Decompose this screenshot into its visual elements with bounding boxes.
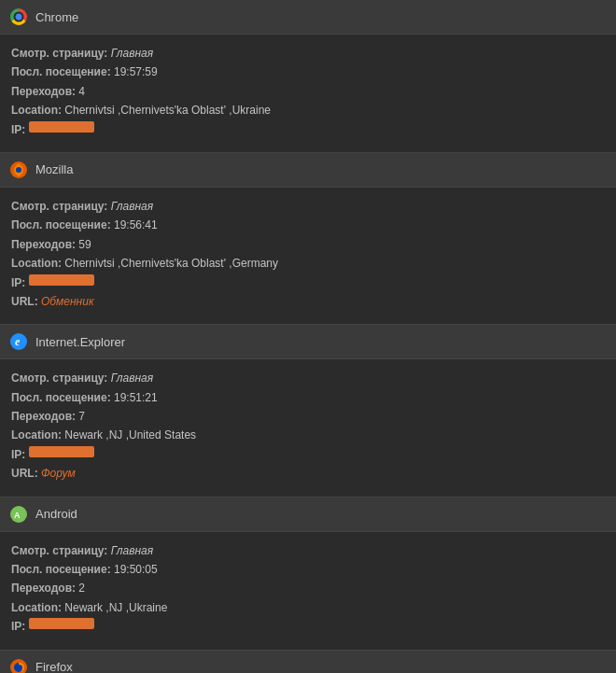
ie-info: Смотр. страницу: ГлавнаяПосл. посещение:… (0, 359, 616, 496)
mozilla-browser-name: Mozilla (35, 162, 73, 176)
chrome-last-label: Посл. посещение: (11, 65, 111, 78)
ie-ip-row: IP: (11, 445, 605, 464)
android-ip-row: IP: (11, 617, 605, 636)
ie-page-label: Смотр. страницу: (11, 372, 107, 385)
mozilla-ip-value (29, 274, 94, 286)
android-browser-name: Android (35, 507, 77, 521)
ie-last-row: Посл. посещение: 19:51:21 (11, 388, 605, 407)
android-visits-value: 2 (78, 582, 85, 595)
chrome-section: ChromeСмотр. страницу: ГлавнаяПосл. посе… (0, 0, 616, 153)
mozilla-icon (9, 161, 28, 179)
mozilla-page-label: Смотр. страницу: (11, 200, 107, 213)
ie-visits-label: Переходов: (11, 410, 76, 423)
android-header: A Android (0, 498, 616, 532)
android-location-row: Location: Newark ,NJ ,Ukraine (11, 598, 605, 617)
mozilla-url-label: URL: (11, 295, 38, 308)
chrome-last-row: Посл. посещение: 19:57:59 (11, 63, 605, 81)
android-last-label: Посл. посещение: (11, 563, 111, 576)
android-section: A AndroidСмотр. страницу: ГлавнаяПосл. п… (0, 498, 616, 651)
chrome-ip-row: IP: (11, 120, 605, 139)
ie-location-label: Location: (11, 428, 62, 442)
chrome-info: Смотр. страницу: ГлавнаяПосл. посещение:… (0, 35, 616, 152)
firefox-header: Firefox (0, 651, 616, 673)
ie-location-value: Newark ,NJ ,United States (64, 428, 196, 442)
ie-browser-name: Internet.Explorer (35, 335, 125, 349)
mozilla-location-label: Location: (11, 257, 62, 270)
ie-last-value: 19:51:21 (114, 391, 158, 404)
mozilla-visits-label: Переходов: (11, 238, 76, 251)
chrome-last-value: 19:57:59 (114, 65, 158, 78)
firefox-section: FirefoxСмотр. страницу: ГлавнаяПосл. пос… (0, 651, 616, 673)
mozilla-visits-value: 59 (78, 238, 91, 251)
mozilla-location-value: Chernivtsi ,Chernivets'ka Oblast' ,Germa… (64, 257, 278, 270)
mozilla-header: Mozilla (0, 153, 616, 188)
ie-last-label: Посл. посещение: (11, 391, 111, 404)
mozilla-last-row: Посл. посещение: 19:56:41 (11, 216, 605, 234)
android-location-value: Newark ,NJ ,Ukraine (64, 601, 167, 614)
mozilla-section: MozillaСмотр. страницу: ГлавнаяПосл. пос… (0, 153, 616, 325)
ie-ip-label: IP: (11, 448, 25, 461)
mozilla-last-value: 19:56:41 (114, 218, 158, 231)
chrome-page-label: Смотр. страницу: (11, 47, 107, 60)
chrome-location-label: Location: (11, 104, 62, 117)
mozilla-page-value: Главная (111, 200, 153, 213)
mozilla-info: Смотр. страницу: ГлавнаяПосл. посещение:… (0, 188, 616, 324)
svg-text:e: e (15, 335, 21, 348)
mozilla-location-row: Location: Chernivtsi ,Chernivets'ka Obla… (11, 254, 605, 273)
android-visits-label: Переходов: (11, 582, 76, 595)
android-ip-value (29, 618, 94, 629)
ie-page-row: Смотр. страницу: Главная (11, 369, 605, 387)
ie-url-label: URL: (11, 467, 38, 480)
android-ip-label: IP: (11, 620, 25, 633)
android-last-row: Посл. посещение: 19:50:05 (11, 560, 605, 579)
ie-page-value: Главная (111, 372, 153, 385)
android-info: Смотр. страницу: ГлавнаяПосл. посещение:… (0, 532, 616, 650)
android-visits-row: Переходов: 2 (11, 579, 605, 597)
android-page-row: Смотр. страницу: Главная (11, 541, 605, 560)
chrome-location-value: Chernivtsi ,Chernivets'ka Oblast' ,Ukrai… (64, 104, 271, 117)
ie-location-row: Location: Newark ,NJ ,United States (11, 426, 605, 444)
chrome-location-row: Location: Chernivtsi ,Chernivets'ka Obla… (11, 101, 605, 119)
firefox-icon (9, 658, 28, 673)
ie-url-value[interactable]: Форум (41, 467, 76, 480)
ie-visits-value: 7 (78, 410, 85, 423)
chrome-header: Chrome (0, 0, 616, 35)
android-last-value: 19:50:05 (114, 563, 158, 576)
svg-text:A: A (14, 511, 21, 520)
chrome-visits-value: 4 (78, 85, 85, 98)
chrome-browser-name: Chrome (35, 10, 78, 24)
android-icon: A (9, 505, 28, 524)
ie-section: e Internet.ExplorerСмотр. страницу: Глав… (0, 325, 616, 497)
mozilla-url-row: URL: Обменник (11, 292, 605, 311)
android-page-label: Смотр. страницу: (11, 544, 107, 557)
chrome-icon (9, 7, 28, 26)
svg-point-1 (16, 167, 21, 173)
android-page-value: Главная (111, 544, 153, 557)
firefox-browser-name: Firefox (35, 660, 73, 673)
ie-header: e Internet.Explorer (0, 325, 616, 359)
mozilla-ip-row: IP: (11, 273, 605, 292)
android-location-label: Location: (11, 601, 62, 614)
chrome-ip-label: IP: (11, 123, 25, 136)
chrome-ip-value (29, 121, 94, 133)
mozilla-ip-label: IP: (11, 276, 25, 289)
chrome-page-row: Смотр. страницу: Главная (11, 44, 605, 63)
mozilla-last-label: Посл. посещение: (11, 218, 111, 231)
chrome-visits-label: Переходов: (11, 85, 76, 98)
mozilla-visits-row: Переходов: 59 (11, 235, 605, 254)
ie-visits-row: Переходов: 7 (11, 407, 605, 426)
ie-url-row: URL: Форум (11, 464, 605, 483)
chrome-page-value: Главная (111, 47, 153, 60)
ie-icon: e (9, 332, 28, 351)
mozilla-url-value[interactable]: Обменник (41, 295, 94, 308)
ie-ip-value (29, 446, 94, 457)
mozilla-page-row: Смотр. страницу: Главная (11, 197, 605, 216)
chrome-visits-row: Переходов: 4 (11, 82, 605, 101)
